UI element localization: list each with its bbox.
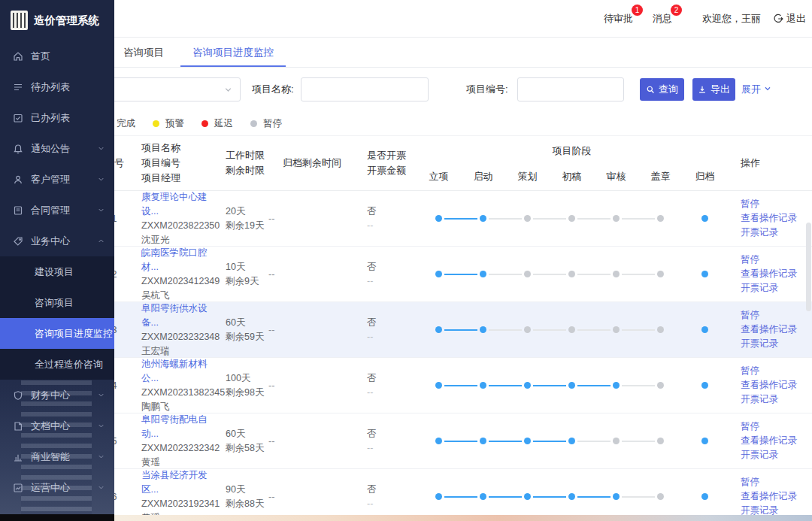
stage-connector	[533, 218, 566, 220]
sidebar-bottom-strip	[0, 514, 114, 521]
view-operation-log-link[interactable]: 查看操作记录	[741, 378, 812, 392]
pause-link[interactable]: 暂停	[741, 253, 812, 267]
invoice-records-link[interactable]: 开票记录	[741, 226, 812, 240]
project-code-input[interactable]	[517, 77, 624, 101]
project-code: ZXXM2023822350	[141, 219, 224, 233]
sidebar-item-客户管理[interactable]: 客户管理	[0, 164, 114, 195]
sidebar-item-运营中心[interactable]: 运营中心	[0, 472, 114, 503]
legend-label: 暂停	[263, 117, 282, 130]
logout-button[interactable]: 退出	[773, 12, 806, 26]
sidebar-item-通知公告[interactable]: 通知公告	[0, 133, 114, 164]
stage-step-盖章	[638, 270, 683, 279]
table-row: 2皖南医学院口腔材...ZXXM2023412349吴杭飞10天剩余9天--否-…	[98, 247, 812, 302]
pending-approvals-button[interactable]: 待审批 1	[604, 12, 633, 26]
sidebar-subitem-建设项目[interactable]: 建设项目	[0, 256, 114, 287]
sidebar-item-label: 业务中心	[31, 235, 70, 248]
work-remaining: 剩余59天	[226, 330, 265, 344]
sidebar-subitem-label: 建设项目	[35, 265, 74, 279]
project-name-input[interactable]	[301, 77, 429, 101]
search-icon	[646, 85, 655, 94]
stage-progress	[417, 214, 727, 223]
invoice-records-link[interactable]: 开票记录	[741, 448, 812, 462]
stage-connector	[444, 441, 477, 442]
project-code: ZXXM2023412349	[141, 274, 224, 289]
scrollbar-thumb[interactable]	[806, 223, 811, 311]
sidebar-subitem-全过程造价咨询[interactable]: 全过程造价咨询	[0, 349, 114, 380]
export-button[interactable]: 导出	[692, 78, 735, 101]
stage-dot-pending	[657, 215, 664, 222]
sidebar-item-合同管理[interactable]: 合同管理	[0, 195, 114, 226]
expand-link[interactable]: 展开	[741, 83, 772, 96]
stage-progress	[417, 326, 727, 335]
invoice-cell: 否--	[359, 427, 417, 456]
sidebar-item-已办列表[interactable]: 已办列表	[0, 102, 114, 133]
pause-link[interactable]: 暂停	[741, 197, 812, 211]
stage-dot-done	[701, 382, 708, 389]
pause-link[interactable]: 暂停	[741, 308, 812, 323]
chevron-down-icon	[97, 206, 105, 214]
invoice-records-link[interactable]: 开票记录	[741, 392, 812, 407]
work-limit-cell: 60天剩余59天	[224, 316, 265, 344]
project-name-link[interactable]: 当涂县经济开发区...	[141, 468, 224, 497]
actions-cell: 暂停查看操作记录开票记录	[727, 308, 812, 351]
stage-connector	[533, 329, 566, 331]
stage-step-盖章	[638, 214, 683, 223]
work-limit: 60天	[226, 316, 265, 330]
tab-consulting-progress-monitor[interactable]: 咨询项目进度监控	[188, 38, 278, 67]
invoice-cell: 否--	[359, 316, 417, 344]
invoice-records-link[interactable]: 开票记录	[741, 281, 812, 295]
stage-connector	[489, 385, 522, 386]
sidebar-subitem-咨询项目进度监控[interactable]: 咨询项目进度监控	[0, 318, 114, 349]
project-cell: 阜阳雩街配电自动...ZXXM2023232342黄瑶	[131, 413, 224, 470]
invoice-cell: 否--	[359, 371, 417, 400]
sidebar-item-label: 已办列表	[31, 111, 70, 125]
stage-dot-pending	[524, 271, 531, 277]
project-name-link[interactable]: 阜阳雩街供水设备...	[141, 301, 224, 330]
sidebar-item-财务中心[interactable]: 财务中心	[0, 380, 114, 410]
view-operation-log-link[interactable]: 查看操作记录	[741, 267, 812, 281]
sidebar-subitem-label: 咨询项目	[35, 296, 74, 310]
project-name-link[interactable]: 池州海螺新材料公...	[141, 357, 224, 386]
stage-dot-done	[568, 382, 575, 389]
stage-connector	[622, 329, 655, 331]
stage-dot-pending	[657, 493, 664, 500]
col-header-stages: 项目阶段 立项启动策划初稿审核盖章归档	[417, 136, 727, 190]
view-operation-log-link[interactable]: 查看操作记录	[741, 211, 812, 226]
invoice-cell: 否--	[359, 260, 417, 289]
pause-link[interactable]: 暂停	[741, 475, 812, 489]
stage-progress	[417, 270, 727, 279]
messages-label: 消息	[653, 13, 672, 24]
stage-dot-done	[613, 493, 620, 500]
status-select[interactable]	[98, 77, 241, 101]
project-name-link[interactable]: 康复理论中心建设...	[141, 190, 224, 219]
sidebar-item-文档中心[interactable]: 文档中心	[0, 410, 114, 441]
project-name-link[interactable]: 皖南医学院口腔材...	[141, 246, 224, 274]
sidebar-item-label: 商业智能	[31, 450, 70, 464]
sidebar-item-商业智能[interactable]: 商业智能	[0, 441, 114, 472]
view-operation-log-link[interactable]: 查看操作记录	[741, 489, 812, 504]
invoice-records-link[interactable]: 开票记录	[741, 337, 812, 351]
stage-step-盖章	[638, 381, 683, 390]
stage-dot-done	[701, 215, 708, 222]
view-operation-log-link[interactable]: 查看操作记录	[741, 434, 812, 448]
stage-dot-done	[435, 215, 442, 222]
sidebar-item-首页[interactable]: 首页	[0, 41, 114, 71]
project-cell: 阜阳雩街供水设备...ZXXM2023232348王宏瑞	[131, 301, 224, 359]
project-name-link[interactable]: 阜阳雩街配电自动...	[141, 413, 224, 441]
sidebar-subitem-咨询项目[interactable]: 咨询项目	[0, 287, 114, 318]
messages-badge: 2	[671, 5, 682, 16]
search-button[interactable]: 查询	[640, 78, 684, 101]
tab-consulting-projects[interactable]: 咨询项目	[119, 38, 168, 67]
messages-button[interactable]: 消息 2	[653, 12, 672, 26]
sidebar-item-业务中心[interactable]: 业务中心	[0, 226, 114, 256]
sidebar-item-待办列表[interactable]: 待办列表	[0, 71, 114, 102]
stage-connector	[577, 218, 611, 220]
stage-step-盖章	[638, 492, 683, 501]
view-operation-log-link[interactable]: 查看操作记录	[741, 323, 812, 337]
pause-link[interactable]: 暂停	[741, 364, 812, 378]
pause-link[interactable]: 暂停	[741, 420, 812, 434]
stage-step-归档	[683, 437, 727, 446]
stage-dot-done	[480, 271, 486, 277]
invoice-amount: --	[367, 386, 417, 400]
stage-dot-done	[480, 382, 486, 389]
